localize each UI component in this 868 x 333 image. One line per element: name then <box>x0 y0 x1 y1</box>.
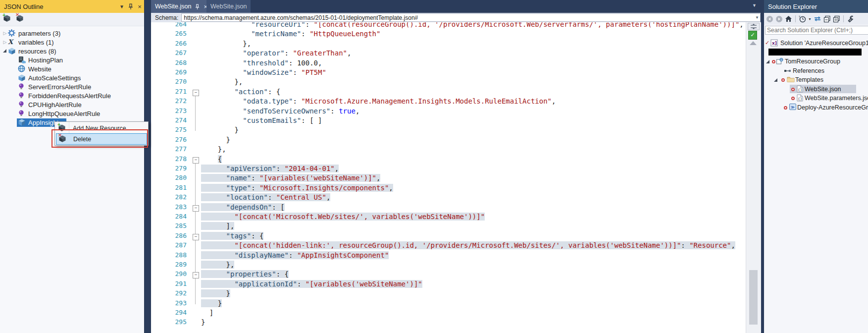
schema-url-combobox[interactable]: https://schema.management.azure.com/sche… <box>181 13 761 22</box>
back-icon[interactable] <box>766 14 773 23</box>
editor-scrollbar[interactable]: ✓ <box>746 22 761 333</box>
outline-tree-item-cpuhighalertrule[interactable]: CPUHighAlertRule <box>0 100 144 109</box>
powershell-icon: ≫ <box>789 104 797 111</box>
outline-tree-item-forbiddenrequestsalertrule[interactable]: ForbiddenRequestsAlertRule <box>0 91 144 100</box>
code-line-291[interactable]: 291 "applicationId": "[variables('webSit… <box>151 280 746 290</box>
code-line-294[interactable]: 294 ] <box>151 309 746 319</box>
code-line-293[interactable]: 293 } <box>151 299 746 309</box>
code-line-279[interactable]: 279 "apiVersion": "2014-04-01", <box>151 165 746 174</box>
tab-website-json-inactive[interactable]: WebSite.json <box>206 0 251 13</box>
code-line-283[interactable]: 283− "dependsOn": [ <box>151 203 746 213</box>
outline-tree-item-autoscalesettings[interactable]: AutoScaleSettings <box>0 73 144 82</box>
tree-item-label: resources (8) <box>16 48 56 55</box>
code-line-289[interactable]: 289 }, <box>151 261 746 271</box>
chevron-down-icon[interactable]: ▼ <box>755 15 759 20</box>
cube-delete-icon: ✕ <box>16 14 24 22</box>
split-handle-icon[interactable] <box>748 23 760 30</box>
code-text: "action": { <box>201 88 280 96</box>
outline-tree-item-longhttpqueuealertrule[interactable]: LongHttpQueueAlertRule <box>0 109 144 118</box>
code-line-270[interactable]: 270 }, <box>151 78 746 88</box>
code-line-284[interactable]: 284 "[concat('Microsoft.Web/sites/', var… <box>151 213 746 222</box>
menu-item-delete[interactable]: ✕ Delete <box>56 133 147 145</box>
tree-item-label: WebSite.json <box>805 86 841 93</box>
outline-tree-item-servererrorsalertrule[interactable]: ServerErrorsAlertRule <box>0 82 144 91</box>
solution-tree-item-solution-azureresourcegroup1-2[interactable]: ✓x]Solution 'AzureResourceGroup1' (2 <box>764 39 868 48</box>
code-line-290[interactable]: 290− "properties": { <box>151 270 746 280</box>
expander-collapsed-icon[interactable]: ▷ <box>2 31 8 36</box>
code-line-295[interactable]: 295} <box>151 318 746 328</box>
solution-tree-item-website-json[interactable]: {}WebSite.json <box>764 85 868 94</box>
outline-tree-item-variables[interactable]: ▷Xvariables (1) <box>0 38 144 47</box>
code-line-285[interactable]: 285 ], <box>151 222 746 232</box>
solution-tree-item-website-parameters-json[interactable]: {}WebSite.parameters.json <box>764 94 868 103</box>
solution-tree-item-references[interactable]: References <box>764 66 868 75</box>
collapse-all-icon[interactable] <box>823 14 831 23</box>
expander-expanded-icon[interactable] <box>766 60 769 63</box>
code-line-266[interactable]: 266 }, <box>151 40 746 50</box>
forward-icon[interactable] <box>775 14 783 23</box>
delete-resource-button[interactable]: ✕ <box>16 14 26 24</box>
code-line-274[interactable]: 274 "customEmails": [ ] <box>151 116 746 126</box>
code-line-267[interactable]: 267 "operator": "GreaterThan", <box>151 49 746 59</box>
scope-icon[interactable]: T <box>799 14 806 23</box>
code-line-292[interactable]: 292 } <box>151 289 746 299</box>
wrench-icon[interactable] <box>847 14 854 23</box>
outline-tree-item-resources[interactable]: resources (8) <box>0 47 144 56</box>
fold-collapse-icon[interactable]: − <box>193 205 199 212</box>
code-line-264[interactable]: 264 "resourceUri": "[concat(resourceGrou… <box>151 22 746 30</box>
redacted-tree-item <box>764 48 868 57</box>
window-menu-icon[interactable]: ▼ <box>117 2 126 11</box>
home-icon[interactable] <box>785 14 792 23</box>
checked-out-icon <box>791 97 795 100</box>
fold-collapse-icon[interactable]: − <box>193 157 199 164</box>
fold-collapse-icon[interactable]: − <box>193 90 199 96</box>
code-line-281[interactable]: 281 "type": "Microsoft.Insights/componen… <box>151 184 746 194</box>
code-text: "tags": { <box>201 232 263 240</box>
expander-expanded-icon[interactable] <box>774 78 777 82</box>
tab-website-json-active[interactable]: WebSite.json × <box>151 0 211 13</box>
close-icon[interactable]: × <box>135 2 144 11</box>
code-text: "properties": { <box>201 270 289 278</box>
code-line-275[interactable]: 275 } <box>151 126 746 136</box>
code-line-278[interactable]: 278− { <box>151 155 746 165</box>
code-line-286[interactable]: 286− "tags": { <box>151 232 746 242</box>
solution-tree-item-templates[interactable]: Templates <box>764 75 868 84</box>
code-line-276[interactable]: 276 } <box>151 136 746 146</box>
search-input[interactable] <box>765 26 868 35</box>
cube-icon <box>8 47 16 55</box>
expander-expanded-icon[interactable] <box>3 49 6 53</box>
pin-icon[interactable] <box>126 2 135 11</box>
json-file-icon: {} <box>797 85 805 93</box>
code-line-288[interactable]: 288 "displayName": "AppInsightsComponent… <box>151 251 746 261</box>
code-line-280[interactable]: 280 "name": "[variables('webSiteName')]"… <box>151 174 746 184</box>
code-line-277[interactable]: 277 }, <box>151 145 746 155</box>
fold-collapse-icon[interactable]: − <box>193 272 199 278</box>
add-resource-button[interactable]: + <box>3 14 13 24</box>
outline-tree-item-hostingplan[interactable]: HostingPlan <box>0 56 144 64</box>
outline-tree-item-parameters[interactable]: ▷parameters (3) <box>0 29 144 38</box>
sync-icon[interactable] <box>814 14 821 23</box>
code-line-269[interactable]: 269 "windowSize": "PT5M" <box>151 68 746 78</box>
code-line-271[interactable]: 271− "action": { <box>151 88 746 98</box>
scroll-thumb[interactable] <box>749 270 758 325</box>
scroll-up-icon[interactable] <box>750 41 757 45</box>
preview-icon[interactable] <box>833 14 840 23</box>
editor-group: WebSite.json × WebSite.json ▼ Schema: ht… <box>151 0 761 333</box>
pin-icon[interactable] <box>195 4 200 9</box>
menu-item-add-new-resource[interactable]: + Add New Resource <box>56 123 147 133</box>
solution-tree-item-tomresourcegroup[interactable]: TomResourceGroup <box>764 57 868 66</box>
code-line-268[interactable]: 268 "threshold": 100.0, <box>151 59 746 69</box>
dropdown-icon[interactable]: ▼ <box>808 14 812 23</box>
tab-overflow-icon[interactable]: ▼ <box>752 3 757 8</box>
code-line-282[interactable]: 282 "location": "Central US", <box>151 193 746 203</box>
code-line-273[interactable]: 273 "sendToServiceOwners": true, <box>151 107 746 117</box>
outline-tree-item-website[interactable]: Website <box>0 64 144 73</box>
expander-collapsed-icon[interactable]: ▷ <box>2 40 8 45</box>
code-editor[interactable]: 264 "resourceUri": "[concat(resourceGrou… <box>151 22 746 333</box>
code-text: "name": "[variables('webSiteName')]", <box>201 174 380 182</box>
code-line-272[interactable]: 272 "odata.type": "Microsoft.Azure.Manag… <box>151 97 746 107</box>
solution-tree-item-deploy-azureresourcegrou[interactable]: ≫Deploy-AzureResourceGrou <box>764 103 868 112</box>
fold-collapse-icon[interactable]: − <box>193 234 199 240</box>
code-line-265[interactable]: 265 "metricName": "HttpQueueLength" <box>151 30 746 40</box>
code-line-287[interactable]: 287 "[concat('hidden-link:', resourceGro… <box>151 241 746 251</box>
